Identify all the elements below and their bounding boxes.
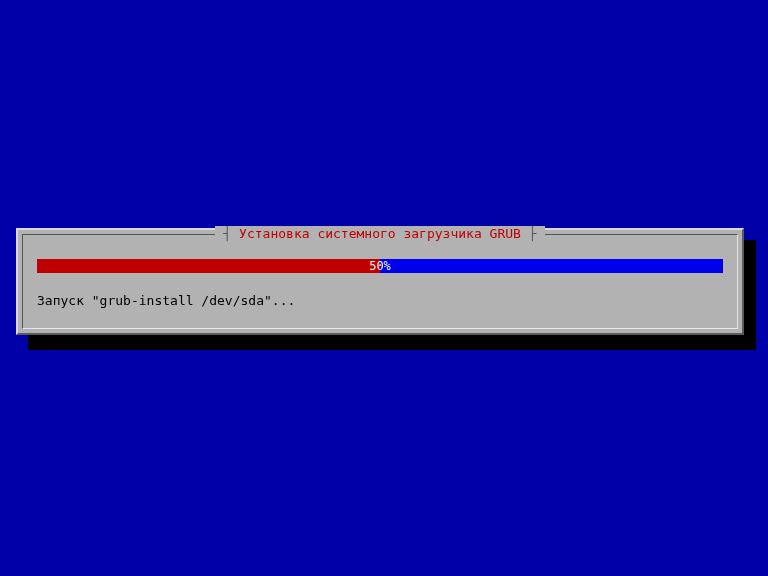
dialog-title-text: Установка системного загрузчика GRUB [239,226,521,241]
progress-bar-label: 50% [37,259,723,273]
dialog-title-wrap: ┤ Установка системного загрузчика GRUB ├ [23,226,737,241]
progress-bar: 50% [37,259,723,273]
dialog-title: ┤ Установка системного загрузчика GRUB ├ [215,226,544,241]
dialog-inner: ┤ Установка системного загрузчика GRUB ├… [22,234,738,329]
status-text: Запуск "grub-install /dev/sda"... [37,293,723,308]
installer-dialog: ┤ Установка системного загрузчика GRUB ├… [16,228,744,335]
